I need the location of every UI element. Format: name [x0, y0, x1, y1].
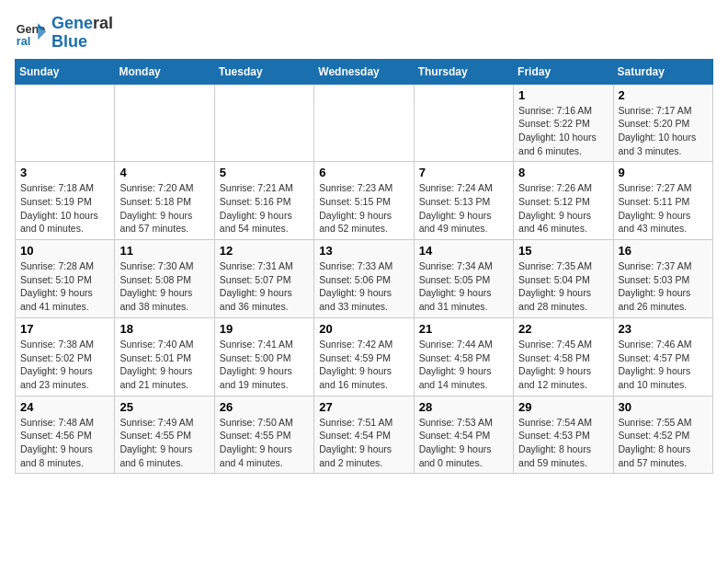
page-header: Gene ral GeneralBlue [15, 15, 713, 52]
calendar-cell: 27Sunrise: 7:51 AM Sunset: 4:54 PM Dayli… [314, 396, 414, 474]
weekday-header-row: SundayMondayTuesdayWednesdayThursdayFrid… [16, 59, 713, 84]
day-number: 24 [20, 400, 109, 414]
day-detail: Sunrise: 7:33 AM Sunset: 5:06 PM Dayligh… [319, 259, 408, 314]
day-number: 20 [319, 322, 408, 336]
calendar-cell: 18Sunrise: 7:40 AM Sunset: 5:01 PM Dayli… [115, 317, 214, 396]
day-number: 29 [518, 400, 608, 414]
calendar-cell [115, 84, 214, 162]
calendar-cell [214, 84, 313, 162]
logo-icon: Gene ral [15, 17, 48, 50]
day-detail: Sunrise: 7:35 AM Sunset: 5:04 PM Dayligh… [518, 259, 608, 314]
weekday-header-friday: Friday [514, 59, 613, 84]
calendar-cell: 26Sunrise: 7:50 AM Sunset: 4:55 PM Dayli… [214, 396, 313, 474]
logo-text: GeneralBlue [51, 15, 113, 52]
day-number: 16 [619, 244, 708, 258]
day-detail: Sunrise: 7:41 AM Sunset: 5:00 PM Dayligh… [220, 338, 309, 392]
weekday-header-thursday: Thursday [414, 59, 513, 84]
day-detail: Sunrise: 7:28 AM Sunset: 5:10 PM Dayligh… [20, 259, 109, 314]
calendar-cell: 21Sunrise: 7:44 AM Sunset: 4:58 PM Dayli… [414, 317, 513, 396]
calendar-cell: 23Sunrise: 7:46 AM Sunset: 4:57 PM Dayli… [613, 317, 712, 396]
day-number: 21 [419, 322, 508, 336]
day-detail: Sunrise: 7:18 AM Sunset: 5:19 PM Dayligh… [20, 181, 109, 236]
day-detail: Sunrise: 7:27 AM Sunset: 5:11 PM Dayligh… [619, 181, 708, 236]
calendar-cell: 28Sunrise: 7:53 AM Sunset: 4:54 PM Dayli… [414, 396, 513, 474]
day-number: 4 [119, 166, 209, 179]
day-number: 5 [220, 166, 309, 179]
day-number: 7 [419, 166, 508, 179]
calendar-cell: 22Sunrise: 7:45 AM Sunset: 4:58 PM Dayli… [514, 317, 613, 396]
calendar-cell: 29Sunrise: 7:54 AM Sunset: 4:53 PM Dayli… [514, 396, 613, 474]
calendar-cell: 10Sunrise: 7:28 AM Sunset: 5:10 PM Dayli… [16, 240, 115, 318]
calendar-week-row: 1Sunrise: 7:16 AM Sunset: 5:22 PM Daylig… [16, 84, 713, 162]
day-number: 19 [220, 322, 309, 336]
logo: Gene ral GeneralBlue [15, 15, 113, 52]
calendar-week-row: 17Sunrise: 7:38 AM Sunset: 5:02 PM Dayli… [16, 317, 713, 396]
day-detail: Sunrise: 7:31 AM Sunset: 5:07 PM Dayligh… [220, 259, 309, 314]
day-detail: Sunrise: 7:40 AM Sunset: 5:01 PM Dayligh… [119, 338, 209, 392]
day-detail: Sunrise: 7:37 AM Sunset: 5:03 PM Dayligh… [619, 259, 708, 314]
day-detail: Sunrise: 7:26 AM Sunset: 5:12 PM Dayligh… [518, 181, 608, 236]
day-detail: Sunrise: 7:51 AM Sunset: 4:54 PM Dayligh… [319, 416, 408, 470]
calendar-cell: 20Sunrise: 7:42 AM Sunset: 4:59 PM Dayli… [314, 317, 414, 396]
day-number: 17 [20, 322, 109, 336]
calendar-week-row: 10Sunrise: 7:28 AM Sunset: 5:10 PM Dayli… [16, 240, 713, 318]
calendar-cell: 15Sunrise: 7:35 AM Sunset: 5:04 PM Dayli… [514, 240, 613, 318]
day-number: 8 [518, 166, 608, 179]
day-detail: Sunrise: 7:30 AM Sunset: 5:08 PM Dayligh… [119, 259, 209, 314]
calendar-week-row: 24Sunrise: 7:48 AM Sunset: 4:56 PM Dayli… [16, 396, 713, 474]
calendar-cell: 30Sunrise: 7:55 AM Sunset: 4:52 PM Dayli… [613, 396, 712, 474]
calendar-cell: 14Sunrise: 7:34 AM Sunset: 5:05 PM Dayli… [414, 240, 513, 318]
day-detail: Sunrise: 7:50 AM Sunset: 4:55 PM Dayligh… [220, 416, 309, 470]
day-number: 13 [319, 244, 408, 258]
svg-text:ral: ral [17, 34, 30, 47]
calendar-cell [314, 84, 414, 162]
calendar-cell: 5Sunrise: 7:21 AM Sunset: 5:16 PM Daylig… [214, 162, 313, 240]
day-number: 28 [419, 400, 508, 414]
day-detail: Sunrise: 7:17 AM Sunset: 5:20 PM Dayligh… [619, 104, 708, 158]
day-number: 27 [319, 400, 408, 414]
day-detail: Sunrise: 7:54 AM Sunset: 4:53 PM Dayligh… [518, 416, 608, 470]
day-number: 3 [20, 166, 109, 179]
day-detail: Sunrise: 7:42 AM Sunset: 4:59 PM Dayligh… [319, 338, 408, 392]
day-number: 25 [119, 400, 209, 414]
calendar-cell: 19Sunrise: 7:41 AM Sunset: 5:00 PM Dayli… [214, 317, 313, 396]
weekday-header-sunday: Sunday [16, 59, 115, 84]
day-number: 1 [518, 88, 608, 102]
day-number: 26 [220, 400, 309, 414]
calendar-cell: 13Sunrise: 7:33 AM Sunset: 5:06 PM Dayli… [314, 240, 414, 318]
calendar-cell: 6Sunrise: 7:23 AM Sunset: 5:15 PM Daylig… [314, 162, 414, 240]
calendar-cell [414, 84, 513, 162]
day-number: 18 [119, 322, 209, 336]
calendar-cell: 12Sunrise: 7:31 AM Sunset: 5:07 PM Dayli… [214, 240, 313, 318]
day-detail: Sunrise: 7:46 AM Sunset: 4:57 PM Dayligh… [619, 338, 708, 392]
day-detail: Sunrise: 7:53 AM Sunset: 4:54 PM Dayligh… [419, 416, 508, 470]
day-number: 9 [619, 166, 708, 179]
day-detail: Sunrise: 7:24 AM Sunset: 5:13 PM Dayligh… [419, 181, 508, 236]
calendar-table: SundayMondayTuesdayWednesdayThursdayFrid… [15, 59, 713, 475]
calendar-cell: 4Sunrise: 7:20 AM Sunset: 5:18 PM Daylig… [115, 162, 214, 240]
day-detail: Sunrise: 7:38 AM Sunset: 5:02 PM Dayligh… [20, 338, 109, 392]
day-number: 10 [20, 244, 109, 258]
calendar-cell: 25Sunrise: 7:49 AM Sunset: 4:55 PM Dayli… [115, 396, 214, 474]
day-number: 15 [518, 244, 608, 258]
calendar-week-row: 3Sunrise: 7:18 AM Sunset: 5:19 PM Daylig… [16, 162, 713, 240]
day-detail: Sunrise: 7:16 AM Sunset: 5:22 PM Dayligh… [518, 104, 608, 158]
day-detail: Sunrise: 7:34 AM Sunset: 5:05 PM Dayligh… [419, 259, 508, 314]
calendar-cell: 11Sunrise: 7:30 AM Sunset: 5:08 PM Dayli… [115, 240, 214, 318]
calendar-cell: 9Sunrise: 7:27 AM Sunset: 5:11 PM Daylig… [613, 162, 712, 240]
day-detail: Sunrise: 7:45 AM Sunset: 4:58 PM Dayligh… [518, 338, 608, 392]
calendar-cell [16, 84, 115, 162]
day-detail: Sunrise: 7:44 AM Sunset: 4:58 PM Dayligh… [419, 338, 508, 392]
calendar-cell: 7Sunrise: 7:24 AM Sunset: 5:13 PM Daylig… [414, 162, 513, 240]
calendar-cell: 3Sunrise: 7:18 AM Sunset: 5:19 PM Daylig… [16, 162, 115, 240]
day-detail: Sunrise: 7:21 AM Sunset: 5:16 PM Dayligh… [220, 181, 309, 236]
day-number: 2 [619, 88, 708, 102]
calendar-cell: 1Sunrise: 7:16 AM Sunset: 5:22 PM Daylig… [514, 84, 613, 162]
day-number: 30 [619, 400, 708, 414]
day-detail: Sunrise: 7:55 AM Sunset: 4:52 PM Dayligh… [619, 416, 708, 470]
weekday-header-wednesday: Wednesday [314, 59, 414, 84]
weekday-header-monday: Monday [115, 59, 214, 84]
day-number: 14 [419, 244, 508, 258]
day-number: 11 [119, 244, 209, 258]
calendar-cell: 2Sunrise: 7:17 AM Sunset: 5:20 PM Daylig… [613, 84, 712, 162]
